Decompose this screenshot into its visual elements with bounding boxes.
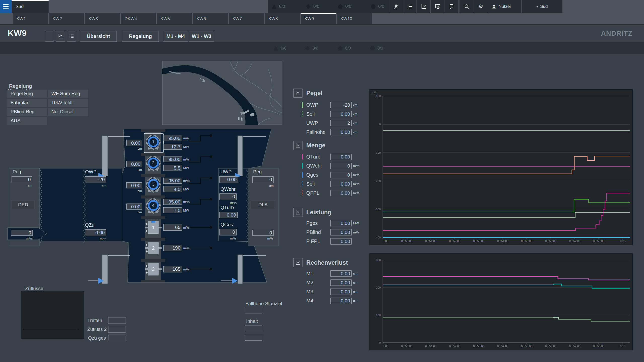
tab-kw9[interactable]: KW9	[301, 13, 336, 24]
turbine-row-1: 0.00 cm 1 95.00 m³/s 12.7 MW	[0, 134, 289, 151]
pegel-uwp-value: 2	[330, 120, 352, 126]
mute-alarms-button[interactable]	[389, 0, 403, 13]
alarm-counter-hexagon[interactable]: 0/0	[370, 0, 384, 13]
svg-text:08:57:00: 08:57:00	[569, 345, 580, 348]
pegel-reg-button[interactable]: Pegel Reg	[7, 90, 47, 98]
menge-qges-value: 0	[330, 172, 352, 178]
zufluss2-field[interactable]	[108, 326, 126, 333]
not-diesel-button[interactable]: Not Diesel	[48, 108, 88, 116]
gate-chevron	[146, 223, 148, 225]
wf-sum-reg-button[interactable]: WF Sum Reg	[48, 90, 88, 98]
tab-kw10[interactable]: KW10	[337, 13, 372, 24]
turbine2-symbol[interactable]: 2	[145, 155, 161, 172]
menge-qwehr-label: QWehr	[306, 163, 322, 169]
settings-button[interactable]: ⚙	[474, 0, 488, 13]
tab-kw3[interactable]: KW3	[85, 13, 120, 24]
pegel-trend-button[interactable]	[293, 89, 302, 98]
menge-qturb-label: QTurb	[306, 154, 320, 160]
rechenverlust-trend-button[interactable]	[293, 258, 302, 267]
blank-tool-button[interactable]	[45, 31, 54, 42]
pegel-trend-chart[interactable]: 1000-100-200-300-4009:0008:50:0008:51:00…	[370, 90, 632, 245]
svg-text:08:52:00: 08:52:00	[449, 345, 461, 348]
svg-text:08:50:00: 08:50:00	[401, 345, 412, 348]
alarm-counter-triangle[interactable]: 0/0	[271, 0, 285, 13]
inhalt-field-1[interactable]	[245, 326, 262, 332]
turbine1-flow-unit: m³/s	[183, 136, 192, 140]
notes-button[interactable]	[444, 0, 459, 13]
uebersicht-button[interactable]: Übersicht	[80, 31, 117, 42]
rechenverlust-trend-chart[interactable]: 30020010009:0008:50:0008:51:0008:52:0008…	[370, 254, 632, 350]
pegel-fallhoehe-value: 0.00	[330, 129, 352, 135]
rechenverlust-m2-label: M2	[306, 280, 313, 286]
treffen-field[interactable]	[108, 317, 126, 324]
svg-text:-100: -100	[375, 151, 381, 154]
m1-m4-button[interactable]: M1 - M4	[163, 31, 188, 42]
weir-number: 2	[152, 245, 155, 251]
weir1-flow-unit: m³/s	[183, 226, 192, 229]
list-view-button[interactable]	[67, 31, 76, 42]
plant-tab-row: KW1 KW2 KW3 DKW4 KW5 KW6 KW7 KW8 KW9 KW1…	[0, 13, 644, 25]
search-button[interactable]	[460, 0, 474, 13]
page-title: KW9	[8, 28, 27, 38]
pegel-owp-unit: cm	[353, 103, 357, 107]
menge-trend-button[interactable]	[293, 141, 302, 150]
map-graphic	[162, 61, 282, 125]
region-selector[interactable]: ▾ Süd	[521, 0, 562, 13]
weir1-gate-symbol[interactable]: 1	[148, 221, 159, 234]
gate-stub	[159, 268, 162, 270]
leistung-trend-button[interactable]	[293, 208, 302, 217]
screen-switch-button[interactable]	[430, 0, 444, 13]
turbine-number: 2	[145, 155, 161, 171]
tab-kw5[interactable]: KW5	[157, 13, 192, 24]
home-tab[interactable]: Süd	[12, 0, 49, 13]
pegel-soll-label: Soll	[306, 111, 315, 117]
menu-button[interactable]	[0, 0, 12, 13]
10kv-fehlt-button[interactable]: 10kV fehlt	[48, 99, 88, 107]
svg-text:08:53:00: 08:53:00	[473, 345, 484, 348]
w1-w3-button[interactable]: W1 - W3	[189, 31, 214, 42]
fahrplan-button[interactable]: Fahrplan	[7, 99, 47, 107]
top-bar: Süd 0/0 0/0 0/0 0/0	[0, 0, 644, 13]
alarm-counter-diamond[interactable]: 0/0	[306, 0, 319, 13]
tab-kw8[interactable]: KW8	[265, 13, 300, 24]
weir2-gate-symbol[interactable]: 2	[148, 242, 159, 254]
tab-kw1[interactable]: KW1	[13, 13, 48, 24]
regelung-button[interactable]: Regelung	[122, 31, 159, 42]
list-icon	[407, 4, 413, 10]
rechenverlust-m4-value: 0.00	[330, 298, 352, 304]
pblind-reg-button[interactable]: PBlind Reg	[7, 108, 47, 116]
qzu-ges-field[interactable]	[108, 335, 126, 341]
leistung-pfpl-value: 0.00	[330, 238, 352, 245]
trends-button[interactable]	[416, 0, 431, 13]
tab-kw6[interactable]: KW6	[193, 13, 228, 24]
weir3-gate-symbol[interactable]: 3	[148, 263, 159, 275]
tab-kw2[interactable]: KW2	[49, 13, 84, 24]
turbine1-symbol[interactable]: 1	[145, 134, 161, 151]
diamond-alarm-icon	[306, 4, 311, 9]
zufluss2-label: Zufluss 2	[87, 327, 107, 332]
tab-kw7[interactable]: KW7	[229, 13, 264, 24]
alarm-list-button[interactable]	[403, 0, 417, 13]
turbine4-symbol[interactable]: 4	[145, 198, 161, 215]
pegel-soll-unit: cm	[353, 112, 357, 116]
aus-button[interactable]: AUS	[7, 117, 47, 125]
turbine1-power: 12.7	[163, 144, 182, 150]
svg-text:08:58:00: 08:58:00	[593, 239, 604, 243]
turbine2-power: 5.5	[163, 165, 182, 171]
qzu-ges-label: Qzu ges	[88, 335, 106, 341]
trend-view-button[interactable]	[56, 31, 65, 42]
svg-text:08:5: 08:5	[620, 239, 625, 243]
rechenverlust-m1-value: 0.00	[330, 270, 352, 277]
tab-dkw4[interactable]: DKW4	[121, 13, 156, 24]
inhalt-field-2[interactable]	[245, 334, 262, 341]
turbine3-symbol[interactable]: 3	[145, 177, 161, 193]
svg-text:100: 100	[376, 95, 381, 98]
svg-text:08:53:00: 08:53:00	[473, 239, 484, 243]
svg-text:08:57:00: 08:57:00	[569, 239, 580, 243]
leistung-pblind-label: PBlind	[306, 229, 321, 235]
fallhoehe-stauziel-field[interactable]	[245, 307, 262, 313]
alarm-counter-pentagon[interactable]: 0/0	[337, 0, 351, 13]
user-label: Nutzer	[499, 4, 511, 9]
svg-text:08:54:00: 08:54:00	[497, 239, 508, 243]
user-menu[interactable]: Nutzer	[488, 0, 515, 13]
